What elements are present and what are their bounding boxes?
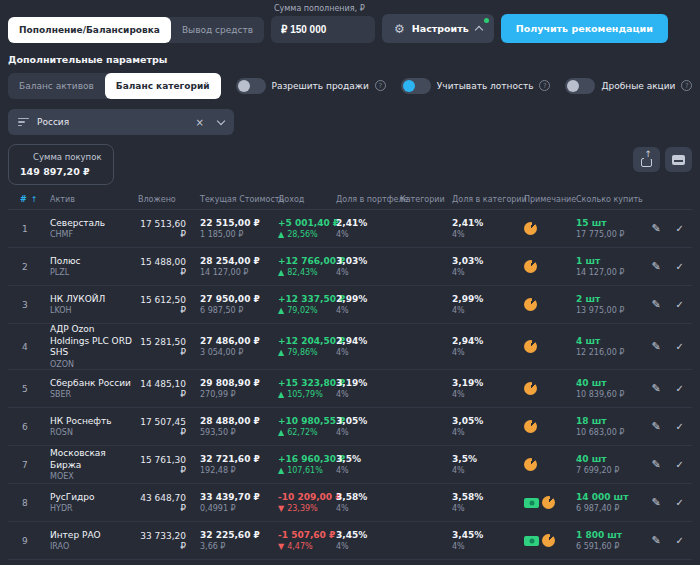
column-number[interactable]: # ↑ [8,195,38,204]
clear-filter-icon[interactable]: × [196,117,204,128]
portfolio-share-target: 4% [336,268,400,277]
edit-icon[interactable]: ✎ [651,340,660,353]
category-share-target: 4% [452,348,524,357]
category-share-target: 4% [452,466,524,475]
column-note[interactable]: Примечание [524,195,576,204]
asset-ticker: CHMF [50,230,132,239]
info-icon[interactable]: ? [681,80,692,91]
note-icons [524,340,576,353]
edit-icon[interactable]: ✎ [651,298,660,311]
confirm-icon[interactable]: ✓ [676,341,684,352]
pie-chart-icon [542,496,555,509]
table-row[interactable]: 5 Сбербанк России SBER 14 485,10 ₽ 29 80… [8,370,692,408]
row-actions: ✎ ✓ [646,420,692,433]
row-number: 4 [8,342,38,352]
fractional-shares-toggle[interactable] [565,78,595,94]
tab-category-balance[interactable]: Баланс категорий [105,73,221,99]
table-row[interactable]: 1 Северсталь CHMF 17 513,60 ₽ 22 515,00 … [8,210,692,248]
table-row[interactable]: 10 Татнефть 17 348,30 ₽ 31 775,00 ₽ +14 … [8,560,692,565]
table-row[interactable]: 3 НК ЛУКОЙЛ LKOH 15 612,50 ₽ 27 950,00 ₽… [8,286,692,324]
table-row[interactable]: 8 РусГидро HYDR 43 648,70 ₽ 33 439,70 ₽ … [8,484,692,522]
note-icons [524,420,576,433]
info-icon[interactable]: ? [375,80,386,91]
country-filter-select[interactable]: Россия × [8,109,234,135]
category-share-cell: 3,05% 4% [452,416,524,437]
asset-ticker: MOEX [50,472,132,481]
tab-asset-balance[interactable]: Баланс активов [8,73,105,99]
current-value-cell: 28 488,00 ₽ 593,50 ₽ [200,416,278,437]
edit-icon[interactable]: ✎ [651,458,660,471]
money-icon [524,498,539,508]
current-value: 32 225,60 ₽ [200,530,278,540]
buy-sum: 6 987,40 ₽ [576,504,646,513]
edit-icon[interactable]: ✎ [651,420,660,433]
column-invested[interactable]: Вложено [138,195,200,204]
column-how-many-to-buy[interactable]: Сколько купить [576,195,646,204]
confirm-icon[interactable]: ✓ [676,535,684,546]
column-current-value[interactable]: Текущая Стоимость [200,195,278,204]
confirm-icon[interactable]: ✓ [676,223,684,234]
column-category-share[interactable]: Доля в категории [452,195,524,204]
toggle-knob [567,80,579,92]
asset-cell: НК Роснефть ROSN [38,416,138,438]
confirm-icon[interactable]: ✓ [676,421,684,432]
asset-ticker: ROSN [50,428,132,437]
confirm-icon[interactable]: ✓ [676,383,684,394]
tab-withdraw[interactable]: Вывод средств [171,17,264,43]
edit-icon[interactable]: ✎ [651,222,660,235]
current-value: 33 439,70 ₽ [200,492,278,502]
chevron-up-icon [475,26,483,34]
column-categories[interactable]: Категории [400,195,452,204]
allow-sales-toggle[interactable] [236,78,266,94]
confirm-icon[interactable]: ✓ [676,497,684,508]
portfolio-share-cell: 2,41% 4% [336,218,400,239]
edit-icon[interactable]: ✎ [651,382,660,395]
export-button[interactable] [633,147,660,172]
buy-cell: 40 шт 10 839,60 ₽ [576,378,646,399]
filter-row: Россия × [0,99,700,135]
chevron-down-icon[interactable] [217,116,225,124]
table-row[interactable]: 7 Московская Биржа MOEX 15 761,30 ₽ 32 7… [8,446,692,484]
asset-name: РусГидро [50,492,132,504]
legend-color-swatch [20,153,28,161]
confirm-icon[interactable]: ✓ [676,459,684,470]
note-icons [524,534,576,547]
income-percent: 28,56% [287,230,318,239]
asset-name: НК Роснефть [50,416,132,428]
row-number: 6 [8,422,38,432]
lot-size-toggle[interactable] [401,78,431,94]
info-icon[interactable]: ? [539,80,550,91]
configure-button[interactable]: ⚙ Настроить [382,14,494,43]
table-row[interactable]: 9 Интер РАО IRAO 33 733,20 ₽ 32 225,60 ₽… [8,522,692,560]
column-income[interactable]: Доход [278,195,336,204]
confirm-icon[interactable]: ✓ [676,299,684,310]
table-row[interactable]: 4 АДР Ozon Holdings PLC ORD SHS OZON 15 … [8,324,692,370]
edit-icon[interactable]: ✎ [651,260,660,273]
tab-replenish-rebalance[interactable]: Пополнение/Балансировка [8,17,171,43]
column-asset[interactable]: Актив [38,195,138,204]
category-share: 3,5% [452,454,524,464]
income-percent-row: ▼ 23,39% [278,504,336,513]
income-percent: 82,43% [287,268,318,277]
income-cell: +15 323,80 ₽ ▲ 105,79% [278,378,336,399]
income-percent: 4,47% [287,542,312,551]
buy-quantity: 4 шт [576,336,646,346]
category-share-target: 4% [452,268,524,277]
table-row[interactable]: 2 Полюс PLZL 15 488,00 ₽ 28 254,00 ₽ 14 … [8,248,692,286]
amount-input[interactable] [271,16,375,43]
row-actions: ✎ ✓ [646,458,692,471]
asset-ticker: SBER [50,390,132,399]
asset-ticker: LKOH [50,306,132,315]
card-view-button[interactable] [665,147,692,172]
table-row[interactable]: 6 НК Роснефть ROSN 17 507,45 ₽ 28 488,00… [8,408,692,446]
edit-icon[interactable]: ✎ [651,496,660,509]
edit-icon[interactable]: ✎ [651,534,660,547]
pie-chart-icon [524,222,537,235]
income-value: +10 980,55 ₽ [278,416,336,426]
trend-arrow-icon: ▼ [278,542,284,551]
invested-value: 14 485,10 ₽ [138,379,200,399]
confirm-icon[interactable]: ✓ [676,261,684,272]
get-recommendations-button[interactable]: Получить рекомендации [501,14,668,43]
column-portfolio-share[interactable]: Доля в портфеле [336,195,400,204]
unit-price: 593,50 ₽ [200,428,278,437]
